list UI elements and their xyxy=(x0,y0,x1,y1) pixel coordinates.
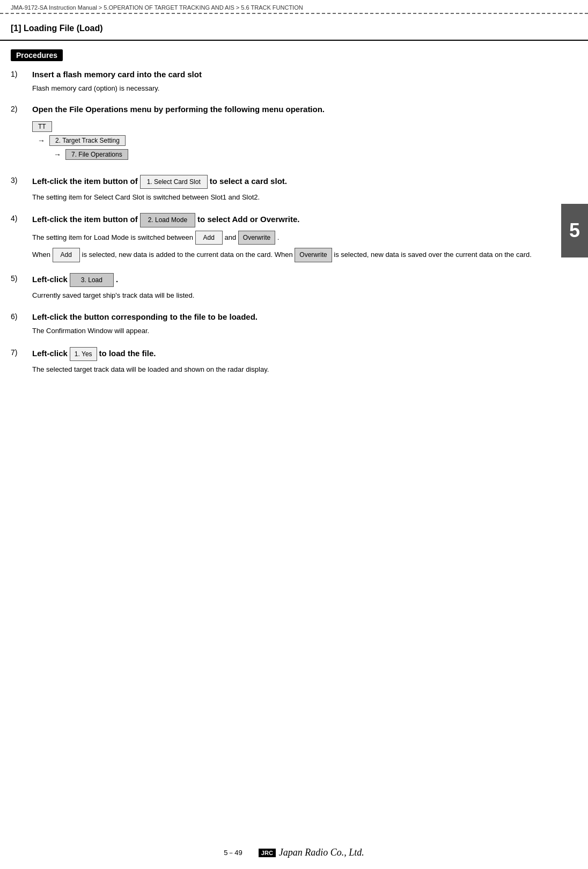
step-7-title-row: Left-click 1. Yes to load the file. xyxy=(32,347,577,361)
step-4-desc-line1: The setting item for Load Mode is switch… xyxy=(32,231,577,245)
company-logo: JRC Japan Radio Co., Ltd. xyxy=(259,847,364,858)
step-6-num: 6) xyxy=(11,311,32,321)
step-5-desc: Currently saved target ship's track data… xyxy=(32,290,577,301)
step-7-title-pre: Left-click xyxy=(32,348,68,359)
step-1: 1) Insert a flash memory card into the c… xyxy=(11,69,577,94)
menu-row-target: → 2. Target Track Setting xyxy=(32,135,577,146)
breadcrumb: JMA-9172-SA Instruction Manual > 5.OPERA… xyxy=(0,0,588,14)
section-title: [1] Loading File (Load) xyxy=(0,19,588,41)
file-operations-button[interactable]: 7. File Operations xyxy=(65,149,128,160)
step-4-num: 4) xyxy=(11,213,32,223)
step-5-num: 5) xyxy=(11,273,32,283)
content-area: 1) Insert a flash memory card into the c… xyxy=(0,69,588,375)
desc-text-3: . xyxy=(277,233,280,241)
step-7-desc: The selected target track data will be l… xyxy=(32,364,577,375)
step-1-title: Insert a flash memory card into the card… xyxy=(32,69,577,80)
arrow-2: → xyxy=(54,150,61,159)
load-mode-button[interactable]: 2. Load Mode xyxy=(140,213,195,227)
menu-row-tt: TT xyxy=(32,121,577,132)
step-5-title-row: Left-click 3. Load . xyxy=(32,273,577,287)
step-3: 3) Left-click the item button of 1. Sele… xyxy=(11,175,577,203)
step-3-title-row: Left-click the item button of 1. Select … xyxy=(32,175,577,189)
desc-text-2: and xyxy=(224,233,238,241)
step-3-title-post: to select a card slot. xyxy=(210,175,287,187)
step-5-title-post: . xyxy=(116,274,118,285)
company-name: Japan Radio Co., Ltd. xyxy=(279,847,364,858)
arrow-1: → xyxy=(38,136,45,145)
sidebar-chapter-number: 5 xyxy=(561,204,588,257)
step-1-desc: Flash memory card (option) is necessary. xyxy=(32,83,577,94)
jrc-badge: JRC xyxy=(259,849,276,857)
step-3-num: 3) xyxy=(11,175,32,185)
step-2: 2) Open the File Operations menu by perf… xyxy=(11,104,577,165)
step-6-title: Left-click the button corresponding to t… xyxy=(32,311,577,322)
select-card-slot-button[interactable]: 1. Select Card Slot xyxy=(140,175,208,189)
step-4-title-post: to select Add or Overwrite. xyxy=(197,213,299,225)
desc-text-1: The setting item for Load Mode is switch… xyxy=(32,233,195,241)
page-footer: 5－49 JRC Japan Radio Co., Ltd. xyxy=(0,847,588,858)
tt-button[interactable]: TT xyxy=(32,121,52,132)
step-3-title-pre: Left-click the item button of xyxy=(32,175,138,187)
step-1-body: Insert a flash memory card into the card… xyxy=(32,69,577,94)
add-button-2[interactable]: Add xyxy=(53,248,80,262)
menu-row-file: → 7. File Operations xyxy=(32,149,577,160)
step-3-body: Left-click the item button of 1. Select … xyxy=(32,175,577,203)
step-5-title-pre: Left-click xyxy=(32,274,68,285)
step-1-num: 1) xyxy=(11,69,32,78)
yes-button[interactable]: 1. Yes xyxy=(70,347,97,361)
step-5: 5) Left-click 3. Load . Currently saved … xyxy=(11,273,577,301)
desc-text-4: When xyxy=(32,251,53,259)
step-7-num: 7) xyxy=(11,347,32,357)
desc-text-6: is selected, new data is saved over the … xyxy=(334,251,532,259)
step-6: 6) Left-click the button corresponding t… xyxy=(11,311,577,336)
step-7-title-post: to load the file. xyxy=(99,348,156,359)
step-7-body: Left-click 1. Yes to load the file. The … xyxy=(32,347,577,375)
step-3-desc: The setting item for Select Card Slot is… xyxy=(32,192,577,203)
add-button-1[interactable]: Add xyxy=(195,231,223,245)
overwrite-button-2[interactable]: Overwrite xyxy=(295,248,332,262)
step-4-title-pre: Left-click the item button of xyxy=(32,213,138,225)
menu-flow: TT → 2. Target Track Setting → 7. File O… xyxy=(32,121,577,160)
load-button[interactable]: 3. Load xyxy=(70,273,114,287)
step-4-body: Left-click the item button of 2. Load Mo… xyxy=(32,213,577,262)
step-4-desc-line2: When Add is selected, new data is added … xyxy=(32,248,577,262)
step-4-title-row: Left-click the item button of 2. Load Mo… xyxy=(32,213,577,227)
procedures-badge: Procedures xyxy=(11,49,63,61)
step-6-body: Left-click the button corresponding to t… xyxy=(32,311,577,336)
step-2-num: 2) xyxy=(11,104,32,113)
step-5-body: Left-click 3. Load . Currently saved tar… xyxy=(32,273,577,301)
step-7: 7) Left-click 1. Yes to load the file. T… xyxy=(11,347,577,375)
step-6-desc: The Confirmation Window will appear. xyxy=(32,326,577,336)
page-number: 5－49 xyxy=(224,848,242,858)
step-4: 4) Left-click the item button of 2. Load… xyxy=(11,213,577,262)
desc-text-5: is selected, new data is added to the cu… xyxy=(82,251,295,259)
target-track-setting-button[interactable]: 2. Target Track Setting xyxy=(49,135,126,146)
overwrite-button-1[interactable]: Overwrite xyxy=(238,231,275,245)
step-2-body: Open the File Operations menu by perform… xyxy=(32,104,577,165)
step-2-title: Open the File Operations menu by perform… xyxy=(32,104,577,115)
